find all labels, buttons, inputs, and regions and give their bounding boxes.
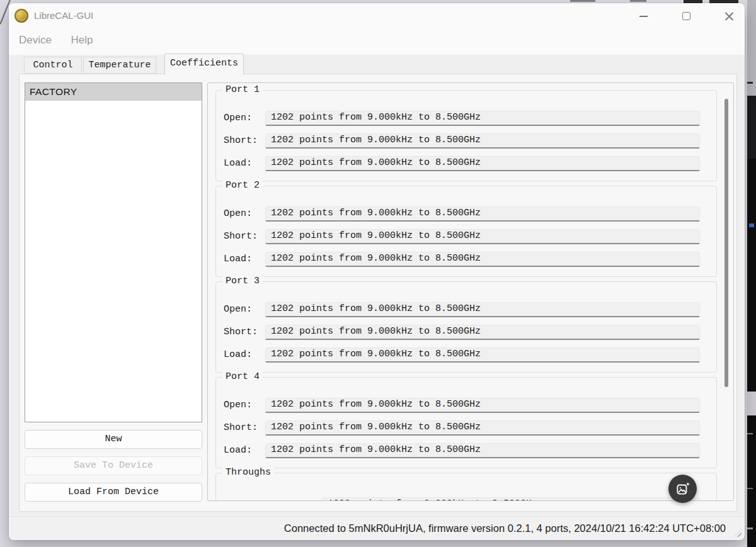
maximize-icon [682, 12, 690, 20]
coefficient-set-list[interactable]: FACTORY [25, 82, 202, 422]
load-label: Load: [224, 252, 252, 267]
port-4-group: Port 4 Open: 1202 points from 9.000kHz t… [215, 377, 717, 468]
open-value-field[interactable]: 1202 points from 9.000kHz to 8.500GHz [265, 111, 700, 126]
open-value-field[interactable]: 1202 points from 9.000kHz to 8.500GHz [265, 398, 700, 413]
image-edit-fab-button[interactable] [668, 475, 697, 503]
app-icon [14, 9, 28, 23]
titlebar[interactable]: LibreCAL-GUI [9, 3, 745, 28]
coefficient-row: Open: 1202 points from 9.000kHz to 8.500… [216, 206, 716, 222]
resize-grip-icon[interactable] [734, 529, 742, 537]
menu-help[interactable]: Help [64, 28, 99, 52]
new-button[interactable]: New [25, 430, 202, 449]
group-title: Throughs [222, 467, 274, 478]
open-value-field[interactable]: 1202 points from 9.000kHz to 8.500GHz [265, 302, 700, 317]
menubar: Device Help [9, 28, 745, 52]
coefficient-row: Short: 1202 points from 9.000kHz to 8.50… [216, 133, 716, 149]
load-value-field[interactable]: 1202 points from 9.000kHz to 8.500GHz [265, 443, 700, 458]
short-label: Short: [224, 420, 258, 436]
coefficients-scroll-area[interactable]: Port 1 Open: 1202 points from 9.000kHz t… [207, 82, 734, 501]
short-value-field[interactable]: 1202 points from 9.000kHz to 8.500GHz [265, 229, 700, 244]
coefficient-row: Short: 1202 points from 9.000kHz to 8.50… [216, 325, 716, 340]
coefficient-row: Open: 1202 points from 9.000kHz to 8.500… [216, 398, 716, 413]
coefficient-row: Load: 1202 points from 9.000kHz to 8.500… [216, 156, 716, 171]
port-2-group: Port 2 Open: 1202 points from 9.000kHz t… [215, 186, 717, 277]
minimize-icon [639, 16, 648, 17]
coefficient-row: Short: 1202 points from 9.000kHz to 8.50… [216, 229, 716, 244]
short-label: Short: [224, 325, 258, 340]
port-1-group: Port 1 Open: 1202 points from 9.000kHz t… [215, 90, 717, 181]
coefficient-row: Load: 1202 points from 9.000kHz to 8.500… [216, 347, 716, 363]
short-value-field[interactable]: 1202 points from 9.000kHz to 8.500GHz [265, 325, 700, 340]
coefficient-row: Open: 1202 points from 9.000kHz to 8.500… [216, 111, 716, 126]
app-window: LibreCAL-GUI Device Help Control Tempera… [9, 3, 745, 540]
short-label: Short: [224, 133, 258, 149]
save-to-device-button[interactable]: Save To Device [25, 456, 202, 475]
open-label: Open: [224, 111, 252, 126]
open-label: Open: [224, 206, 252, 222]
group-title: Port 4 [222, 371, 263, 382]
group-title: Port 3 [222, 276, 263, 286]
short-value-field[interactable]: 1202 points from 9.000kHz to 8.500GHz [265, 133, 700, 149]
load-value-field[interactable]: 1202 points from 9.000kHz to 8.500GHz [265, 156, 700, 171]
short-label: Short: [224, 229, 258, 244]
window-title: LibreCAL-GUI [34, 3, 93, 28]
maximize-button[interactable] [672, 3, 701, 28]
minimize-button[interactable] [629, 3, 658, 28]
coefficient-row: Load: 1202 points from 9.000kHz to 8.500… [216, 252, 716, 267]
window-controls [629, 3, 743, 28]
throughs-group: Throughs From 1 to 2: 1202 points from 9… [215, 473, 717, 501]
vertical-scrollbar-thumb[interactable] [724, 99, 728, 387]
list-item-factory[interactable]: FACTORY [25, 83, 202, 101]
port-3-group: Port 3 Open: 1202 points from 9.000kHz t… [215, 281, 717, 373]
background-window-fragment [630, 0, 646, 2]
open-value-field[interactable]: 1202 points from 9.000kHz to 8.500GHz [265, 206, 700, 222]
through-value-field[interactable]: 1202 points from 9.000kHz to 8.500GHz [322, 497, 700, 501]
coefficients-pane: FACTORY New Save To Device Load From Dev… [19, 74, 737, 512]
open-label: Open: [224, 398, 252, 413]
load-label: Load: [224, 443, 252, 458]
through-label: From 1 to 2: [224, 497, 292, 501]
close-button[interactable] [714, 3, 743, 28]
statusbar: Connected to 5mNkR0uHrjUA, firmware vers… [9, 516, 745, 540]
coefficient-row: Short: 1202 points from 9.000kHz to 8.50… [216, 420, 716, 436]
group-title: Port 1 [222, 84, 263, 95]
coefficient-row: Load: 1202 points from 9.000kHz to 8.500… [216, 443, 716, 458]
tab-temperature[interactable]: Temperature [83, 57, 156, 74]
load-value-field[interactable]: 1202 points from 9.000kHz to 8.500GHz [265, 347, 700, 363]
load-label: Load: [224, 156, 252, 171]
menu-device[interactable]: Device [13, 28, 58, 52]
coefficient-row: Open: 1202 points from 9.000kHz to 8.500… [216, 302, 716, 317]
load-value-field[interactable]: 1202 points from 9.000kHz to 8.500GHz [265, 252, 700, 267]
image-edit-icon [675, 481, 691, 497]
open-label: Open: [224, 302, 252, 317]
background-window-fragment [570, 0, 595, 2]
load-from-device-button[interactable]: Load From Device [25, 483, 202, 502]
tab-coefficients[interactable]: Coefficients [164, 54, 244, 75]
connection-status-text: Connected to 5mNkR0uHrjUA, firmware vers… [284, 517, 726, 540]
tab-control[interactable]: Control [24, 57, 82, 74]
short-value-field[interactable]: 1202 points from 9.000kHz to 8.500GHz [265, 420, 700, 436]
load-label: Load: [224, 347, 252, 363]
group-title: Port 2 [222, 180, 263, 191]
coefficient-row-clipped: From 1 to 2: 1202 points from 9.000kHz t… [216, 497, 716, 501]
background-window-edge [747, 0, 756, 547]
